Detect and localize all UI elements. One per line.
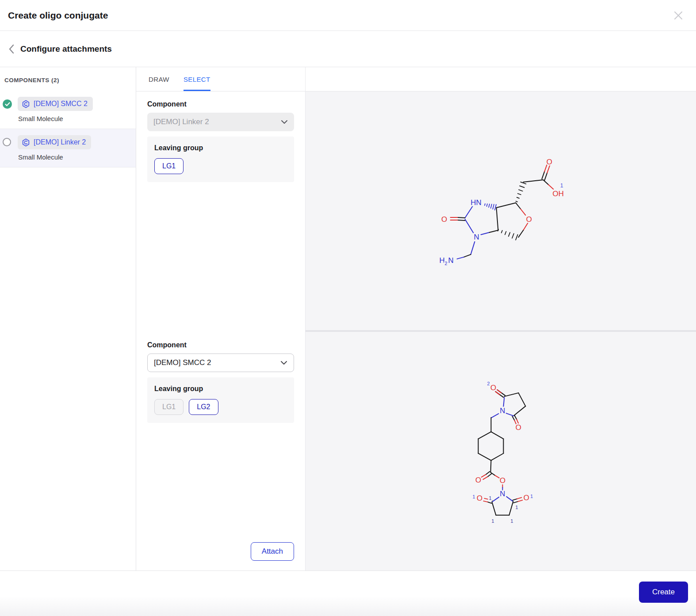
- svg-text:O: O: [516, 423, 521, 432]
- component-label: Component: [147, 341, 294, 349]
- attachment-section-2: Component [DEMO] SMCC 2 Leaving group LG…: [147, 341, 294, 423]
- svg-text:O: O: [524, 494, 529, 502]
- radio-icon: [3, 138, 11, 146]
- component-chip-linker2[interactable]: [DEMO] Linker 2: [18, 135, 91, 149]
- molecule-hexagon-icon: [22, 138, 30, 147]
- component-item-linker2[interactable]: [DEMO] Linker 2 Small Molecule: [0, 129, 136, 167]
- svg-text:N: N: [448, 256, 453, 265]
- attachment-section-1: Component [DEMO] Linker 2 Leaving group …: [147, 100, 294, 182]
- chevron-down-icon: [280, 361, 287, 365]
- molecule-viewers: O1OHOHNONH2N 2OONOONO1O11111: [305, 67, 696, 570]
- molecule-hexagon-icon: [22, 100, 30, 108]
- svg-text:O: O: [500, 476, 505, 485]
- create-button[interactable]: Create: [639, 582, 688, 603]
- attach-row: Attach: [147, 542, 294, 561]
- svg-text:N: N: [500, 490, 505, 498]
- svg-text:OH: OH: [553, 190, 564, 198]
- leaving-group-options: LG1: [154, 158, 287, 174]
- modal-content: COMPONENTS (2) [DEMO] S: [0, 67, 696, 570]
- subheader: Configure attachments: [0, 31, 696, 67]
- component-label: Component: [147, 100, 294, 108]
- svg-text:O: O: [477, 494, 482, 502]
- modal-footer: Create: [0, 570, 696, 616]
- component-type-label: Small Molecule: [18, 153, 91, 161]
- svg-text:H: H: [440, 256, 445, 265]
- tab-select[interactable]: SELECT: [184, 67, 210, 91]
- chevron-down-icon: [281, 120, 288, 124]
- modal-title: Create oligo conjugate: [8, 10, 108, 21]
- svg-text:N: N: [500, 407, 505, 415]
- molecule-viewer-smcc2: 2OONOONO1O11111: [306, 332, 696, 570]
- tab-draw[interactable]: DRAW: [149, 67, 169, 91]
- component-chip-label: [DEMO] Linker 2: [34, 138, 86, 146]
- component-selected-indicator[interactable]: [3, 97, 18, 109]
- svg-text:1: 1: [515, 505, 518, 510]
- attach-button[interactable]: Attach: [251, 542, 294, 561]
- leaving-group-panel-2: Leaving group LG1 LG2: [147, 377, 294, 423]
- attachment-config-panel: DRAW SELECT Component [DEMO] Linker 2 Le…: [136, 67, 305, 570]
- component-radio[interactable]: [3, 135, 18, 146]
- component-type-label: Small Molecule: [18, 115, 93, 122]
- svg-text:O: O: [547, 158, 552, 166]
- lg1-button[interactable]: LG1: [154, 158, 184, 174]
- component-item-smcc2[interactable]: [DEMO] SMCC 2 Small Molecule: [0, 91, 136, 129]
- molecule-viewer-linker2: O1OHOHNONH2N: [306, 91, 696, 330]
- back-chevron-icon[interactable]: [5, 43, 18, 55]
- check-icon: [3, 99, 12, 109]
- viewer-top-strip: [306, 67, 696, 91]
- modal-header: Create oligo conjugate: [0, 0, 696, 31]
- svg-text:1: 1: [510, 518, 513, 524]
- svg-text:1: 1: [530, 494, 533, 499]
- component-select-1[interactable]: [DEMO] Linker 2: [147, 113, 294, 131]
- component-chip-label: [DEMO] SMCC 2: [34, 100, 88, 108]
- component-select-1-value: [DEMO] Linker 2: [153, 118, 209, 126]
- svg-text:1: 1: [489, 495, 491, 501]
- svg-text:O: O: [526, 215, 532, 224]
- component-chip-smcc2[interactable]: [DEMO] SMCC 2: [18, 97, 93, 111]
- svg-text:2: 2: [487, 381, 489, 386]
- components-heading: COMPONENTS (2): [0, 67, 136, 91]
- svg-text:N: N: [474, 233, 479, 241]
- close-icon[interactable]: [671, 8, 685, 23]
- leaving-group-options: LG1 LG2: [154, 399, 287, 415]
- svg-text:HN: HN: [470, 198, 482, 207]
- svg-text:O: O: [490, 384, 496, 392]
- component-select-2[interactable]: [DEMO] SMCC 2: [147, 354, 294, 372]
- lg1-button[interactable]: LG1: [154, 399, 184, 415]
- leaving-group-label: Leaving group: [154, 385, 287, 393]
- step-title: Configure attachments: [20, 44, 112, 54]
- attachment-form: Component [DEMO] Linker 2 Leaving group …: [136, 91, 305, 570]
- svg-text:2: 2: [445, 261, 447, 266]
- leaving-group-label: Leaving group: [154, 144, 287, 152]
- svg-text:O: O: [475, 476, 481, 484]
- tab-bar: DRAW SELECT: [136, 67, 305, 91]
- components-sidebar: COMPONENTS (2) [DEMO] S: [0, 67, 136, 570]
- svg-text:O: O: [441, 215, 447, 224]
- leaving-group-panel-1: Leaving group LG1: [147, 137, 294, 182]
- spacer: [147, 182, 294, 341]
- lg2-button[interactable]: LG2: [189, 399, 218, 415]
- svg-text:1: 1: [491, 518, 494, 524]
- svg-text:1: 1: [560, 183, 563, 189]
- svg-text:1: 1: [473, 494, 475, 499]
- component-select-2-value: [DEMO] SMCC 2: [154, 358, 211, 367]
- create-oligo-conjugate-modal: Create oligo conjugate Configure attachm…: [0, 0, 696, 616]
